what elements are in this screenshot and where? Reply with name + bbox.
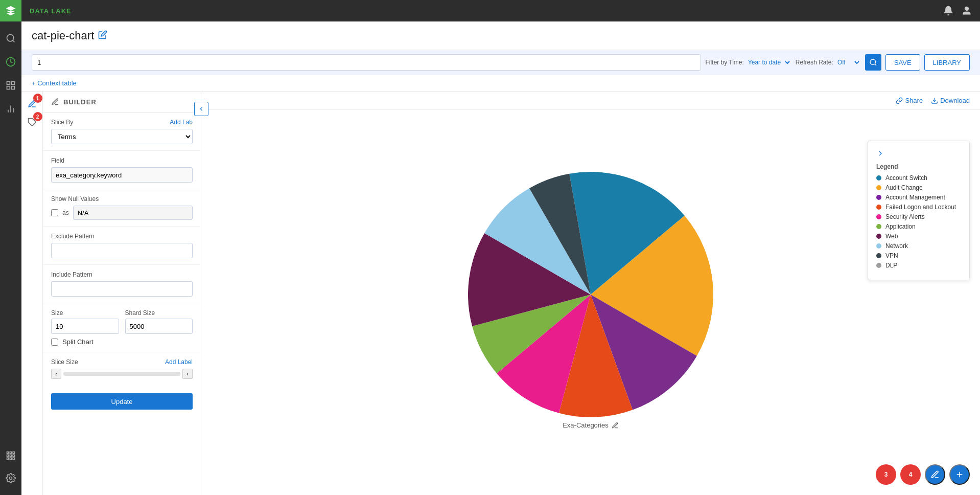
- add-label-link[interactable]: Add Label: [165, 358, 193, 366]
- svg-point-0: [7, 35, 14, 41]
- update-button[interactable]: Update: [51, 393, 193, 410]
- legend-item: Account Switch: [876, 174, 961, 182]
- legend-label: Audit Change: [885, 184, 923, 191]
- legend-item: DLP: [876, 262, 961, 269]
- exclude-input[interactable]: [51, 243, 193, 258]
- filter-label: Filter by Time:: [705, 59, 743, 66]
- builder-panel: BUILDER Slice By Add Lab Terms Date Hist…: [43, 92, 201, 495]
- notifications-icon[interactable]: [943, 6, 953, 16]
- legend-label: DLP: [885, 262, 897, 269]
- svg-rect-15: [13, 455, 14, 456]
- query-bar: Filter by Time: Year to date Today Last …: [21, 50, 980, 75]
- slice-select[interactable]: Terms Date Histogram Range: [51, 129, 193, 144]
- legend-item: Network: [876, 242, 961, 250]
- legend-expand-btn[interactable]: [876, 149, 961, 159]
- nav-reports[interactable]: [0, 98, 21, 120]
- split-label: Split Chart: [62, 338, 94, 346]
- legend-dot: [876, 224, 881, 229]
- svg-point-19: [10, 477, 12, 480]
- refresh-rate: Refresh Rate: Off 1 min 5 min: [796, 58, 861, 66]
- null-checkbox[interactable]: [51, 209, 58, 216]
- svg-rect-18: [13, 458, 14, 459]
- exclude-section: Exclude Pattern: [43, 227, 201, 265]
- slice-size-section: Slice Size Add Label ‹ ›: [43, 352, 201, 389]
- field-section: Field: [43, 151, 201, 189]
- null-label: Show Null Values: [51, 195, 193, 202]
- nav-recent[interactable]: [0, 51, 21, 73]
- app-title: DATA LAKE: [30, 7, 72, 15]
- svg-rect-13: [7, 455, 9, 456]
- split-row: Split Chart: [51, 338, 193, 346]
- include-input[interactable]: [51, 281, 193, 297]
- include-section: Include Pattern: [43, 265, 201, 303]
- size-col: Size: [51, 309, 119, 334]
- legend-label: Account Switch: [885, 174, 927, 182]
- chart-container: Exa-Categories Legend Account SwitchAudi…: [201, 110, 980, 495]
- legend-label: Failed Logon and Lockout: [885, 204, 956, 211]
- scroll-right-btn[interactable]: ›: [182, 369, 193, 379]
- page-title-container: cat-pie-chart: [32, 29, 107, 42]
- legend-panel: Legend Account SwitchAudit ChangeAccount…: [868, 141, 970, 280]
- exclude-label: Exclude Pattern: [51, 233, 193, 240]
- legend-items-container: Account SwitchAudit ChangeAccount Manage…: [876, 174, 961, 269]
- filter-time-select[interactable]: Year to date Today Last 7 days Last 30 d…: [746, 58, 791, 66]
- search-button[interactable]: [865, 54, 881, 71]
- query-input[interactable]: [32, 54, 701, 71]
- legend-dot: [876, 205, 881, 210]
- chart-area: Share Download: [201, 92, 980, 495]
- tab-builder[interactable]: 1: [24, 96, 40, 112]
- add-lab-link[interactable]: Add Lab: [170, 119, 193, 126]
- page-title: cat-pie-chart: [32, 29, 94, 42]
- svg-rect-5: [12, 86, 15, 89]
- download-btn[interactable]: Download: [931, 97, 970, 104]
- split-checkbox[interactable]: [51, 339, 58, 346]
- tab-fields[interactable]: 2: [24, 114, 40, 130]
- edit-pencil-btn[interactable]: [925, 464, 945, 485]
- library-button[interactable]: LIBRARY: [924, 54, 970, 71]
- left-panel-container: 1 2 BUILDER Slice By Add L: [21, 92, 201, 495]
- legend-dot: [876, 175, 881, 181]
- title-edit-icon[interactable]: [98, 29, 107, 42]
- legend-item: Account Management: [876, 194, 961, 201]
- nav-bottom: [0, 444, 21, 490]
- share-btn[interactable]: Share: [896, 97, 923, 104]
- x-label-edit-icon[interactable]: [612, 422, 619, 429]
- scrollbar: [63, 372, 180, 376]
- filter-time: Filter by Time: Year to date Today Last …: [705, 58, 791, 66]
- header-icons: [943, 6, 972, 16]
- legend-label: VPN: [885, 252, 898, 259]
- null-input[interactable]: [73, 206, 193, 220]
- null-section: Show Null Values as: [43, 189, 201, 227]
- legend-item: Failed Logon and Lockout: [876, 204, 961, 211]
- shard-size-col: Shard Size: [125, 309, 193, 334]
- slice-size-label-row: Slice Size Add Label: [51, 358, 193, 366]
- svg-rect-11: [10, 452, 11, 454]
- shard-size-input[interactable]: [125, 319, 193, 334]
- null-row: as: [51, 206, 193, 220]
- nav-settings[interactable]: [0, 467, 21, 489]
- step-badge-3: 3: [876, 464, 896, 485]
- legend-dot: [876, 195, 881, 200]
- legend-item: Security Alerts: [876, 213, 961, 220]
- nav-search[interactable]: [0, 28, 21, 49]
- nav-grid[interactable]: [0, 445, 21, 466]
- field-input[interactable]: [51, 167, 193, 183]
- nav-dashboard[interactable]: [0, 75, 21, 96]
- refresh-rate-select[interactable]: Off 1 min 5 min: [835, 58, 861, 66]
- step-badge-2: 2: [33, 112, 42, 121]
- add-plus-btn[interactable]: [949, 464, 970, 485]
- legend-dot: [876, 243, 881, 249]
- content-area: 1 2 BUILDER Slice By Add L: [21, 92, 980, 495]
- step-badge-4: 4: [900, 464, 921, 485]
- save-button[interactable]: SAVE: [885, 54, 920, 71]
- legend-label: Web: [885, 233, 898, 240]
- page-title-bar: cat-pie-chart: [21, 21, 980, 50]
- user-icon[interactable]: [962, 6, 972, 16]
- size-input[interactable]: [51, 319, 119, 334]
- context-table-btn[interactable]: + Context table: [32, 79, 77, 87]
- svg-rect-17: [10, 458, 11, 459]
- scroll-row: ‹ ›: [51, 369, 193, 379]
- scroll-left-btn[interactable]: ‹: [51, 369, 61, 379]
- bottom-actions: 3 4: [876, 464, 970, 485]
- step-badge-1: 1: [33, 94, 42, 103]
